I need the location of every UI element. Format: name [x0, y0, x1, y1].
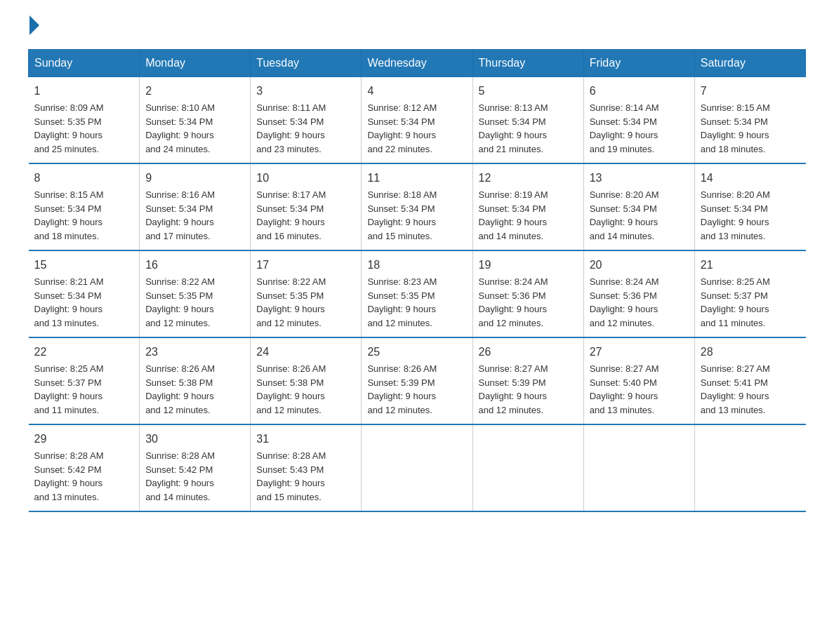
calendar-day-cell [472, 424, 583, 511]
calendar-day-cell [362, 424, 472, 511]
day-number: 3 [256, 83, 355, 100]
day-number: 19 [479, 257, 578, 274]
weekday-header-row: SundayMondayTuesdayWednesdayThursdayFrid… [29, 50, 806, 77]
calendar-day-cell: 15Sunrise: 8:21 AMSunset: 5:34 PMDayligh… [29, 250, 140, 337]
day-number: 31 [256, 431, 355, 448]
calendar-day-cell: 22Sunrise: 8:25 AMSunset: 5:37 PMDayligh… [29, 337, 140, 424]
day-number: 2 [145, 83, 244, 100]
day-info: Sunrise: 8:22 AMSunset: 5:35 PMDaylight:… [145, 275, 244, 330]
calendar-week-row: 29Sunrise: 8:28 AMSunset: 5:42 PMDayligh… [29, 424, 806, 511]
calendar-week-row: 22Sunrise: 8:25 AMSunset: 5:37 PMDayligh… [29, 337, 806, 424]
page-header [28, 21, 806, 35]
calendar-day-cell: 11Sunrise: 8:18 AMSunset: 5:34 PMDayligh… [362, 163, 472, 250]
calendar-day-cell: 1Sunrise: 8:09 AMSunset: 5:35 PMDaylight… [29, 77, 140, 164]
day-info: Sunrise: 8:27 AMSunset: 5:39 PMDaylight:… [479, 362, 578, 417]
day-number: 30 [145, 431, 244, 448]
day-number: 28 [701, 344, 800, 361]
calendar-day-cell: 23Sunrise: 8:26 AMSunset: 5:38 PMDayligh… [140, 337, 251, 424]
day-info: Sunrise: 8:25 AMSunset: 5:37 PMDaylight:… [34, 362, 134, 417]
day-info: Sunrise: 8:23 AMSunset: 5:35 PMDaylight:… [367, 275, 466, 330]
calendar-day-cell: 10Sunrise: 8:17 AMSunset: 5:34 PMDayligh… [251, 163, 362, 250]
calendar-day-cell: 25Sunrise: 8:26 AMSunset: 5:39 PMDayligh… [362, 337, 472, 424]
day-number: 13 [590, 170, 689, 187]
calendar-day-cell: 5Sunrise: 8:13 AMSunset: 5:34 PMDaylight… [472, 77, 583, 164]
day-info: Sunrise: 8:25 AMSunset: 5:37 PMDaylight:… [701, 275, 800, 330]
calendar-day-cell: 31Sunrise: 8:28 AMSunset: 5:43 PMDayligh… [251, 424, 362, 511]
calendar-week-row: 1Sunrise: 8:09 AMSunset: 5:35 PMDaylight… [29, 77, 806, 164]
day-info: Sunrise: 8:18 AMSunset: 5:34 PMDaylight:… [367, 188, 466, 243]
day-number: 7 [701, 83, 800, 100]
calendar-day-cell: 8Sunrise: 8:15 AMSunset: 5:34 PMDaylight… [29, 163, 140, 250]
day-info: Sunrise: 8:09 AMSunset: 5:35 PMDaylight:… [34, 101, 134, 156]
day-number: 27 [590, 344, 689, 361]
calendar-day-cell: 20Sunrise: 8:24 AMSunset: 5:36 PMDayligh… [583, 250, 694, 337]
day-number: 25 [367, 344, 466, 361]
logo-arrow-icon [29, 15, 39, 35]
calendar-table: SundayMondayTuesdayWednesdayThursdayFrid… [28, 49, 806, 512]
calendar-day-cell: 14Sunrise: 8:20 AMSunset: 5:34 PMDayligh… [694, 163, 805, 250]
day-info: Sunrise: 8:10 AMSunset: 5:34 PMDaylight:… [145, 101, 244, 156]
calendar-day-cell: 9Sunrise: 8:16 AMSunset: 5:34 PMDaylight… [140, 163, 251, 250]
calendar-week-row: 15Sunrise: 8:21 AMSunset: 5:34 PMDayligh… [29, 250, 806, 337]
calendar-day-cell: 2Sunrise: 8:10 AMSunset: 5:34 PMDaylight… [140, 77, 251, 164]
day-info: Sunrise: 8:11 AMSunset: 5:34 PMDaylight:… [256, 101, 355, 156]
day-number: 10 [256, 170, 355, 187]
day-info: Sunrise: 8:28 AMSunset: 5:42 PMDaylight:… [34, 449, 134, 504]
day-info: Sunrise: 8:14 AMSunset: 5:34 PMDaylight:… [590, 101, 689, 156]
weekday-header-sunday: Sunday [29, 50, 140, 77]
day-number: 9 [145, 170, 244, 187]
day-info: Sunrise: 8:15 AMSunset: 5:34 PMDaylight:… [701, 101, 800, 156]
calendar-day-cell: 18Sunrise: 8:23 AMSunset: 5:35 PMDayligh… [362, 250, 472, 337]
calendar-day-cell: 27Sunrise: 8:27 AMSunset: 5:40 PMDayligh… [583, 337, 694, 424]
day-number: 22 [34, 344, 134, 361]
calendar-day-cell: 19Sunrise: 8:24 AMSunset: 5:36 PMDayligh… [472, 250, 583, 337]
day-number: 5 [479, 83, 578, 100]
day-info: Sunrise: 8:21 AMSunset: 5:34 PMDaylight:… [34, 275, 134, 330]
day-info: Sunrise: 8:20 AMSunset: 5:34 PMDaylight:… [701, 188, 800, 243]
day-number: 29 [34, 431, 134, 448]
day-number: 6 [590, 83, 689, 100]
day-info: Sunrise: 8:20 AMSunset: 5:34 PMDaylight:… [590, 188, 689, 243]
calendar-body: 1Sunrise: 8:09 AMSunset: 5:35 PMDaylight… [29, 77, 806, 512]
day-info: Sunrise: 8:28 AMSunset: 5:42 PMDaylight:… [145, 449, 244, 504]
day-number: 24 [256, 344, 355, 361]
calendar-day-cell: 4Sunrise: 8:12 AMSunset: 5:34 PMDaylight… [362, 77, 472, 164]
calendar-day-cell: 7Sunrise: 8:15 AMSunset: 5:34 PMDaylight… [694, 77, 805, 164]
day-info: Sunrise: 8:19 AMSunset: 5:34 PMDaylight:… [479, 188, 578, 243]
day-info: Sunrise: 8:27 AMSunset: 5:41 PMDaylight:… [701, 362, 800, 417]
day-info: Sunrise: 8:17 AMSunset: 5:34 PMDaylight:… [256, 188, 355, 243]
day-info: Sunrise: 8:13 AMSunset: 5:34 PMDaylight:… [479, 101, 578, 156]
calendar-day-cell [694, 424, 805, 511]
day-info: Sunrise: 8:27 AMSunset: 5:40 PMDaylight:… [590, 362, 689, 417]
day-info: Sunrise: 8:22 AMSunset: 5:35 PMDaylight:… [256, 275, 355, 330]
day-info: Sunrise: 8:12 AMSunset: 5:34 PMDaylight:… [367, 101, 466, 156]
calendar-day-cell: 26Sunrise: 8:27 AMSunset: 5:39 PMDayligh… [472, 337, 583, 424]
calendar-day-cell: 12Sunrise: 8:19 AMSunset: 5:34 PMDayligh… [472, 163, 583, 250]
weekday-header-thursday: Thursday [472, 50, 583, 77]
day-info: Sunrise: 8:26 AMSunset: 5:38 PMDaylight:… [145, 362, 244, 417]
day-number: 16 [145, 257, 244, 274]
day-number: 20 [590, 257, 689, 274]
day-info: Sunrise: 8:24 AMSunset: 5:36 PMDaylight:… [590, 275, 689, 330]
calendar-day-cell: 28Sunrise: 8:27 AMSunset: 5:41 PMDayligh… [694, 337, 805, 424]
day-info: Sunrise: 8:26 AMSunset: 5:39 PMDaylight:… [367, 362, 466, 417]
weekday-header-tuesday: Tuesday [251, 50, 362, 77]
weekday-header-monday: Monday [140, 50, 251, 77]
calendar-day-cell: 30Sunrise: 8:28 AMSunset: 5:42 PMDayligh… [140, 424, 251, 511]
day-number: 4 [367, 83, 466, 100]
calendar-day-cell: 3Sunrise: 8:11 AMSunset: 5:34 PMDaylight… [251, 77, 362, 164]
calendar-day-cell: 29Sunrise: 8:28 AMSunset: 5:42 PMDayligh… [29, 424, 140, 511]
day-number: 23 [145, 344, 244, 361]
day-info: Sunrise: 8:26 AMSunset: 5:38 PMDaylight:… [256, 362, 355, 417]
logo [28, 21, 39, 35]
calendar-day-cell: 16Sunrise: 8:22 AMSunset: 5:35 PMDayligh… [140, 250, 251, 337]
calendar-day-cell: 17Sunrise: 8:22 AMSunset: 5:35 PMDayligh… [251, 250, 362, 337]
calendar-day-cell: 24Sunrise: 8:26 AMSunset: 5:38 PMDayligh… [251, 337, 362, 424]
calendar-day-cell [583, 424, 694, 511]
calendar-header: SundayMondayTuesdayWednesdayThursdayFrid… [29, 50, 806, 77]
day-number: 12 [479, 170, 578, 187]
calendar-day-cell: 13Sunrise: 8:20 AMSunset: 5:34 PMDayligh… [583, 163, 694, 250]
day-info: Sunrise: 8:28 AMSunset: 5:43 PMDaylight:… [256, 449, 355, 504]
calendar-week-row: 8Sunrise: 8:15 AMSunset: 5:34 PMDaylight… [29, 163, 806, 250]
calendar-day-cell: 21Sunrise: 8:25 AMSunset: 5:37 PMDayligh… [694, 250, 805, 337]
